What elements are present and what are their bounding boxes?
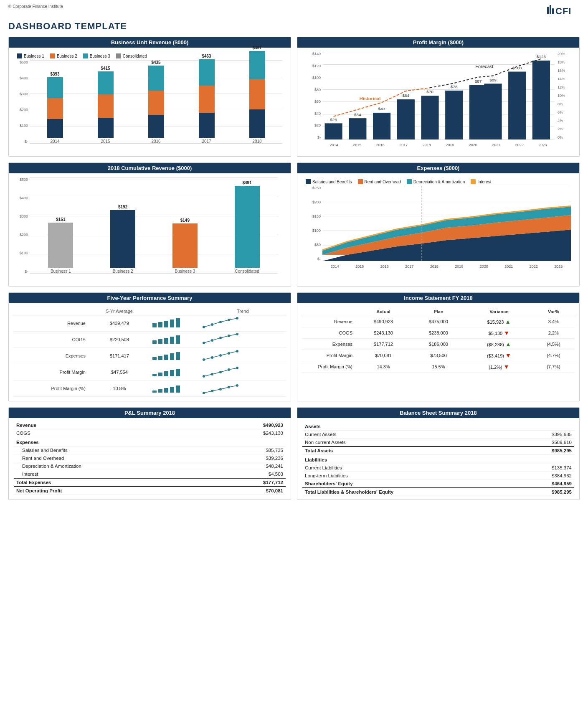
legend-label-sal: Salaries and Benefits: [312, 180, 352, 184]
arrow-up-revenue: ▲: [505, 318, 511, 325]
pm-x-labels: 2014201520162017201820192020202120222023: [322, 143, 554, 147]
legend-dot-sal: [306, 179, 311, 184]
bs-label-total-assets: Total Assets: [302, 446, 517, 455]
fy-sparkline-cogs-svg: [202, 333, 243, 345]
fy-bars-revenue: [149, 315, 199, 332]
svg-point-69: [228, 368, 230, 371]
fy-avg-pm: $47,554: [90, 364, 149, 380]
legend-dot-b1: [17, 53, 22, 58]
svg-rect-42: [158, 339, 162, 344]
income-col1-header: Actual: [356, 307, 411, 316]
fy-minibars-revenue-svg: [152, 318, 185, 327]
bar-2014-stack: [47, 77, 63, 138]
income-label-cogs: COGS: [302, 327, 356, 339]
five-year-title: Five-Year Performance Summary: [9, 293, 291, 303]
income-actual-revenue: $490,923: [356, 316, 411, 327]
svg-point-38: [219, 321, 222, 323]
legend-dot-rent: [358, 179, 363, 184]
pl-label-interest: Interest: [14, 470, 214, 479]
svg-rect-63: [164, 371, 168, 376]
balance-sheet-title: Balance Sheet Summary 2018: [297, 408, 579, 418]
fy-minibars-pm-svg: [152, 367, 185, 376]
svg-rect-10: [397, 99, 415, 139]
svg-text:$108: $108: [512, 66, 522, 70]
legend-dot-cons: [116, 53, 121, 58]
svg-text:Forecast: Forecast: [475, 64, 493, 69]
bar-2016-b2: [148, 91, 164, 115]
pl-row-total-exp: Total Expenses $177,712: [14, 478, 286, 487]
fy-label-revenue: Revenue: [13, 315, 90, 332]
svg-text:$89: $89: [489, 78, 497, 82]
svg-rect-6: [349, 118, 366, 139]
bar-2016-stack: [148, 66, 164, 138]
bar-2017-b1: [199, 113, 215, 138]
bs-val-longterm-liab: $384,962: [517, 472, 574, 480]
bs-label-total-liab-equity: Total Liabilities & Shareholders' Equity: [302, 488, 517, 496]
pl-row-net-profit: Net Operating Profit $70,081: [14, 487, 286, 495]
five-year-body: 5-Yr Average Trend Revenue $439,479: [9, 303, 291, 401]
svg-rect-34: [170, 320, 174, 327]
bs-row-assets-head: Assets: [302, 421, 574, 431]
income-varpct-pm: (4.7%): [532, 350, 575, 361]
bur-y-axis: $-$100$200$300$400$500: [13, 60, 28, 144]
svg-rect-75: [176, 385, 180, 393]
income-statement-title: Income Statement FY 2018: [297, 293, 579, 303]
svg-rect-62: [158, 373, 162, 376]
bs-val-equity: $464,959: [517, 480, 574, 488]
svg-point-48: [219, 337, 222, 339]
exp-legend: Salaries and Benefits Rent and Overhead …: [302, 178, 575, 186]
svg-rect-1: [550, 5, 551, 14]
legend-label-depr: Depreciation & Amortization: [413, 180, 465, 184]
dashboard-grid: Business Unit Revenue ($000) Business 1 …: [8, 37, 580, 401]
expenses-title: Expenses ($000): [297, 163, 579, 173]
bar-2016-b3: [148, 66, 164, 91]
fy-row-expenses: Expenses $171,417: [13, 348, 286, 364]
svg-point-39: [228, 319, 230, 321]
fy-sparkline-pm-svg: [202, 366, 243, 378]
cumul-b3-xlabel: Business 3: [175, 269, 195, 274]
pm-svg: $26 $34 $43 $64 $70 $78: [322, 52, 554, 139]
page-title: DASHBOARD TEMPLATE: [8, 21, 580, 32]
legend-dot-b2: [50, 53, 55, 58]
pl-val-total-exp: $177,712: [214, 478, 286, 487]
bs-label-longterm-liab: Long-term Liabilities: [302, 472, 517, 480]
bs-val-noncurrent-assets: $589,610: [517, 439, 574, 447]
bar-2018-b2: [249, 79, 265, 109]
svg-point-78: [219, 388, 222, 391]
fy-col0-header: [13, 307, 90, 315]
income-statement-body: Actual Plan Variance Var% Revenue $490,9…: [297, 303, 579, 377]
svg-rect-71: [152, 391, 157, 393]
svg-text:Historical: Historical: [360, 96, 381, 101]
fy-trend-cogs: [199, 332, 286, 348]
income-table: Actual Plan Variance Var% Revenue $490,9…: [302, 307, 575, 373]
svg-rect-64: [170, 370, 174, 376]
svg-rect-4: [325, 123, 342, 139]
legend-consolidated: Consolidated: [116, 53, 147, 58]
svg-point-47: [211, 339, 213, 342]
pl-label-net-profit: Net Operating Profit: [14, 487, 214, 495]
bar-2018-year: 2018: [252, 139, 261, 144]
cumul-b2-label: $192: [118, 205, 127, 209]
expenses-card: Expenses ($000) Salaries and Benefits Re…: [297, 162, 580, 287]
income-row-revenue: Revenue $490,923 $475,000 $15,923 ▲ 3.4%: [302, 316, 575, 327]
fy-row-pm: Profit Margin $47,554: [13, 364, 286, 380]
bs-label-current-assets: Current Assets: [302, 431, 517, 439]
cumulative-revenue-title: 2018 Cumulative Revenue ($000): [9, 163, 291, 173]
fy-trend-pm-pct: [199, 380, 286, 397]
svg-rect-18: [484, 84, 502, 139]
cumulative-revenue-body: $-$100$200$300$400$500 $151: [9, 173, 291, 286]
bar-2017-b2: [199, 86, 215, 113]
balance-sheet-card: Balance Sheet Summary 2018 Assets Curren…: [297, 407, 580, 500]
bar-2015-stack: [98, 71, 114, 138]
balance-sheet-body: Assets Current Assets $395,685 Non-curre…: [297, 418, 579, 500]
income-label-pm: Profit Margin: [302, 350, 356, 361]
exp-x-labels: 2014201520162017201820192020202120222023: [322, 264, 571, 269]
legend-label-int: Interest: [477, 180, 491, 184]
five-year-card: Five-Year Performance Summary 5-Yr Avera…: [8, 292, 291, 401]
svg-rect-0: [547, 7, 549, 14]
pl-val-cogs: $243,130: [214, 429, 286, 437]
fy-bars-cogs: [149, 332, 199, 348]
income-col4-header: Var%: [532, 307, 575, 316]
expenses-body: Salaries and Benefits Rent and Overhead …: [297, 173, 579, 274]
svg-rect-22: [532, 61, 550, 139]
